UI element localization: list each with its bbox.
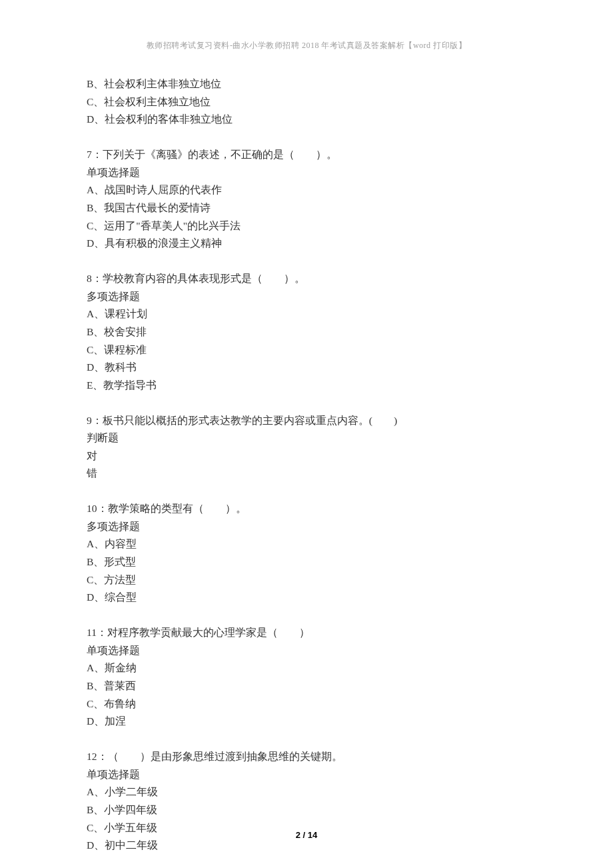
page-current: 2 bbox=[296, 830, 301, 840]
option-a: A、内容型 bbox=[87, 535, 526, 553]
question-9: 9：板书只能以概括的形式表达教学的主要内容或重点内容。( ) 判断题 对 错 bbox=[87, 412, 526, 483]
question-stem: 8：学校教育内容的具体表现形式是（ ）。 bbox=[87, 270, 526, 288]
option-d: D、社会权利的客体非独立地位 bbox=[87, 111, 526, 129]
option-a: A、战国时诗人屈原的代表作 bbox=[87, 181, 526, 199]
question-type: 多项选择题 bbox=[87, 288, 526, 306]
option-b: B、校舍安排 bbox=[87, 323, 526, 341]
question-type: 多项选择题 bbox=[87, 518, 526, 536]
option-d: D、综合型 bbox=[87, 589, 526, 607]
question-type: 单项选择题 bbox=[87, 766, 526, 784]
question-10: 10：教学策略的类型有（ ）。 多项选择题 A、内容型 B、形式型 C、方法型 … bbox=[87, 500, 526, 607]
question-stem: 7：下列关于《离骚》的表述，不正确的是（ ）。 bbox=[87, 146, 526, 164]
option-c: C、方法型 bbox=[87, 571, 526, 589]
question-type: 单项选择题 bbox=[87, 642, 526, 660]
page-footer: 2 / 14 bbox=[0, 830, 613, 840]
option-c: C、运用了"香草美人"的比兴手法 bbox=[87, 217, 526, 235]
page-total: 14 bbox=[308, 830, 317, 840]
option-c: C、布鲁纳 bbox=[87, 695, 526, 713]
page-header: 教师招聘考试复习资料-曲水小学教师招聘 2018 年考试真题及答案解析【word… bbox=[87, 40, 526, 51]
question-stem: 12：（ ）是由形象思维过渡到抽象思维的关键期。 bbox=[87, 748, 526, 766]
option-d: D、加涅 bbox=[87, 713, 526, 731]
option-b: B、小学四年级 bbox=[87, 801, 526, 819]
option-d: D、具有积极的浪漫主义精神 bbox=[87, 235, 526, 253]
option-c: C、课程标准 bbox=[87, 341, 526, 359]
option-a: A、小学二年级 bbox=[87, 783, 526, 801]
question-stem: 10：教学策略的类型有（ ）。 bbox=[87, 500, 526, 518]
question-stem: 9：板书只能以概括的形式表达教学的主要内容或重点内容。( ) bbox=[87, 412, 526, 430]
option-e: E、教学指导书 bbox=[87, 377, 526, 395]
question-8: 8：学校教育内容的具体表现形式是（ ）。 多项选择题 A、课程计划 B、校舍安排… bbox=[87, 270, 526, 395]
option-a: A、斯金纳 bbox=[87, 659, 526, 677]
question-type: 判断题 bbox=[87, 429, 526, 447]
option-b: B、普莱西 bbox=[87, 677, 526, 695]
question-7: 7：下列关于《离骚》的表述，不正确的是（ ）。 单项选择题 A、战国时诗人屈原的… bbox=[87, 146, 526, 253]
question-6-partial: B、社会权利主体非独立地位 C、社会权利主体独立地位 D、社会权利的客体非独立地… bbox=[87, 75, 526, 129]
question-11: 11：对程序教学贡献最大的心理学家是（ ） 单项选择题 A、斯金纳 B、普莱西 … bbox=[87, 624, 526, 731]
option-d: D、教科书 bbox=[87, 359, 526, 377]
option-b: B、形式型 bbox=[87, 553, 526, 571]
document-body: B、社会权利主体非独立地位 C、社会权利主体独立地位 D、社会权利的客体非独立地… bbox=[87, 75, 526, 855]
option-c: C、社会权利主体独立地位 bbox=[87, 93, 526, 111]
question-type: 单项选择题 bbox=[87, 164, 526, 182]
option-b: B、我国古代最长的爱情诗 bbox=[87, 199, 526, 217]
option-false: 错 bbox=[87, 465, 526, 483]
page-sep: / bbox=[301, 830, 308, 840]
option-a: A、课程计划 bbox=[87, 305, 526, 323]
option-true: 对 bbox=[87, 447, 526, 465]
option-b: B、社会权利主体非独立地位 bbox=[87, 75, 526, 93]
question-stem: 11：对程序教学贡献最大的心理学家是（ ） bbox=[87, 624, 526, 642]
